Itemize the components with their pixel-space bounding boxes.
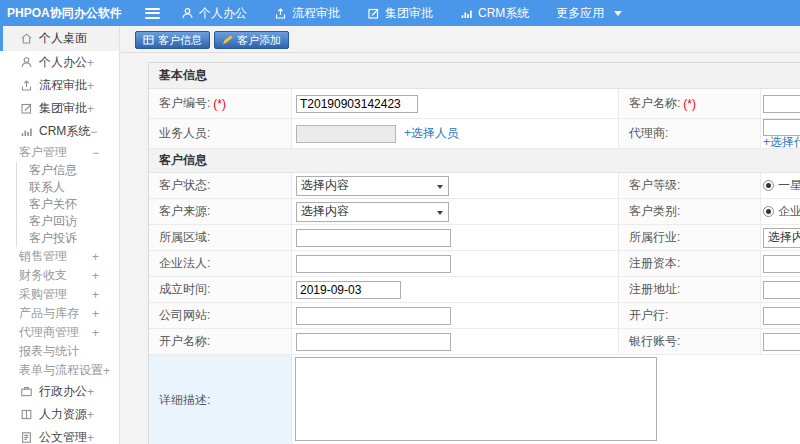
topnav-group-approval[interactable]: 集团审批 — [367, 5, 433, 22]
hamburger-menu-icon[interactable] — [145, 8, 160, 19]
expand-icon[interactable]: + — [92, 326, 99, 340]
customer-no-input[interactable] — [296, 95, 418, 113]
bank-account-label: 银行账号: — [619, 329, 761, 354]
form-row: 客户来源: 选择内容 客户类别: 企业客户 — [149, 199, 800, 225]
sidebar-item-group-approval[interactable]: 集团审批 + — [0, 97, 119, 120]
category-radio-enterprise[interactable] — [763, 206, 774, 217]
expand-icon[interactable]: + — [87, 385, 94, 399]
sidebar-item-products-inventory[interactable]: 产品与库存 + — [0, 304, 119, 323]
caret-down-icon — [614, 11, 622, 20]
bank-account-input[interactable] — [763, 333, 800, 351]
sidebar-item-crm-system[interactable]: CRM系统 − — [0, 120, 119, 143]
sidebar-item-customer-complaint[interactable]: 客户投诉 — [17, 230, 119, 247]
sidebar-item-personal-desktop[interactable]: 个人桌面 — [0, 26, 119, 51]
table-icon — [143, 35, 154, 45]
sidebar-item-label: CRM系统 — [39, 123, 90, 140]
description-textarea[interactable] — [295, 357, 657, 441]
sidebar-item-agent-management[interactable]: 代理商管理 + — [0, 323, 119, 342]
sidebar-item-customer-visit[interactable]: 客户回访 — [17, 213, 119, 230]
sidebar-item-sales-management[interactable]: 销售管理 + — [0, 247, 119, 266]
source-select[interactable]: 选择内容 — [296, 202, 449, 222]
collapse-icon[interactable]: − — [90, 125, 97, 139]
account-name-label: 开户名称: — [149, 329, 292, 354]
region-input[interactable] — [296, 229, 451, 247]
expand-icon[interactable]: + — [103, 364, 110, 378]
document-icon — [20, 431, 33, 444]
registered-address-label: 注册地址: — [619, 277, 761, 302]
select-agent-link[interactable]: +选择代理商 — [763, 136, 800, 148]
website-input[interactable] — [296, 307, 451, 325]
sales-person-label: 业务人员: — [149, 119, 292, 148]
expand-icon[interactable]: + — [87, 79, 94, 93]
sidebar-item-label: 流程审批 — [39, 77, 87, 94]
sidebar-item-human-resources[interactable]: 人力资源 + — [0, 403, 119, 426]
form-row-description: 详细描述: — [149, 355, 800, 444]
sidebar-item-process-approval[interactable]: 流程审批 + — [0, 74, 119, 97]
sidebar-item-personal-office[interactable]: 个人办公 + — [0, 51, 119, 74]
sidebar-item-customer-info[interactable]: 客户信息 — [17, 162, 119, 179]
topnav-more-apps[interactable]: 更多应用 — [556, 5, 622, 22]
industry-label: 所属行业: — [619, 225, 761, 250]
topnav-process-approval[interactable]: 流程审批 — [274, 5, 340, 22]
sidebar-item-finance[interactable]: 财务收支 + — [0, 266, 119, 285]
sidebar-item-reports-statistics[interactable]: 报表与统计 — [0, 342, 119, 361]
sidebar-item-label: 集团审批 — [39, 100, 87, 117]
book-icon — [20, 408, 33, 421]
sidebar-item-form-process-settings[interactable]: 表单与流程设置 + — [0, 361, 119, 380]
grade-radio-one-star[interactable] — [763, 180, 774, 191]
topnav-crm-system[interactable]: CRM系统 — [460, 5, 529, 22]
home-icon — [20, 32, 33, 45]
tab-customer-info[interactable]: 客户信息 — [135, 31, 210, 49]
sidebar-item-administration[interactable]: 行政办公 + — [0, 380, 119, 403]
expand-icon[interactable]: + — [92, 250, 99, 264]
topnav-personal-office[interactable]: 个人办公 — [181, 5, 247, 22]
sidebar-item-contacts[interactable]: 联系人 — [17, 179, 119, 196]
sidebar-item-label: 人力资源 — [39, 406, 87, 423]
caret-down-icon — [437, 211, 443, 218]
website-label: 公司网站: — [149, 303, 292, 328]
status-label: 客户状态: — [149, 173, 292, 198]
topnav-label: 集团审批 — [385, 5, 433, 22]
status-select[interactable]: 选择内容 — [296, 176, 449, 196]
customer-name-label: 客户名称:(*) — [619, 89, 761, 118]
customer-name-input[interactable] — [763, 95, 800, 113]
sidebar-submenu-customer: 客户信息 联系人 客户关怀 客户回访 客户投诉 — [16, 162, 119, 247]
sidebar-item-customer-management[interactable]: 客户管理 − — [0, 143, 119, 162]
tab-customer-add[interactable]: 客户添加 — [214, 31, 289, 49]
select-person-link[interactable]: +选择人员 — [404, 125, 459, 142]
sidebar-item-customer-care[interactable]: 客户关怀 — [17, 196, 119, 213]
collapse-icon[interactable]: − — [92, 146, 99, 160]
form-row: 企业法人: 注册资本: — [149, 251, 800, 277]
registered-capital-label: 注册资本: — [619, 251, 761, 276]
sidebar-item-purchase-management[interactable]: 采购管理 + — [0, 285, 119, 304]
category-label: 客户类别: — [619, 199, 761, 224]
agent-input[interactable] — [763, 119, 800, 136]
sidebar-item-label: 个人办公 — [39, 54, 87, 71]
source-label: 客户来源: — [149, 199, 292, 224]
industry-select[interactable]: 选择内容 — [763, 228, 800, 248]
account-name-input[interactable] — [296, 333, 451, 351]
expand-icon[interactable]: + — [87, 102, 94, 116]
registered-capital-input[interactable] — [763, 255, 800, 273]
app-logo: PHPOA协同办公软件 — [0, 5, 120, 22]
registered-address-input[interactable] — [763, 281, 800, 299]
legal-person-input[interactable] — [296, 255, 451, 273]
edit-icon — [20, 102, 33, 115]
tab-label: 客户添加 — [237, 33, 281, 48]
expand-icon[interactable]: + — [87, 56, 94, 70]
topnav-label: 流程审批 — [292, 5, 340, 22]
founded-date-input[interactable] — [296, 281, 401, 299]
sidebar-item-label: 个人桌面 — [39, 30, 87, 47]
expand-icon[interactable]: + — [87, 408, 94, 422]
upload-icon — [20, 79, 33, 92]
expand-icon[interactable]: + — [92, 269, 99, 283]
expand-icon[interactable]: + — [92, 307, 99, 321]
top-navigation: 个人办公 流程审批 集团审批 CRM系统 更多应用 — [181, 5, 649, 22]
pencil-add-icon — [222, 35, 233, 45]
expand-icon[interactable]: + — [87, 431, 94, 444]
bank-input[interactable] — [763, 307, 800, 325]
sidebar-item-document-management[interactable]: 公文管理 + — [0, 426, 119, 444]
sales-person-input[interactable] — [296, 125, 396, 143]
form-row: 所属区域: 所属行业: 选择内容 — [149, 225, 800, 251]
expand-icon[interactable]: + — [92, 288, 99, 302]
